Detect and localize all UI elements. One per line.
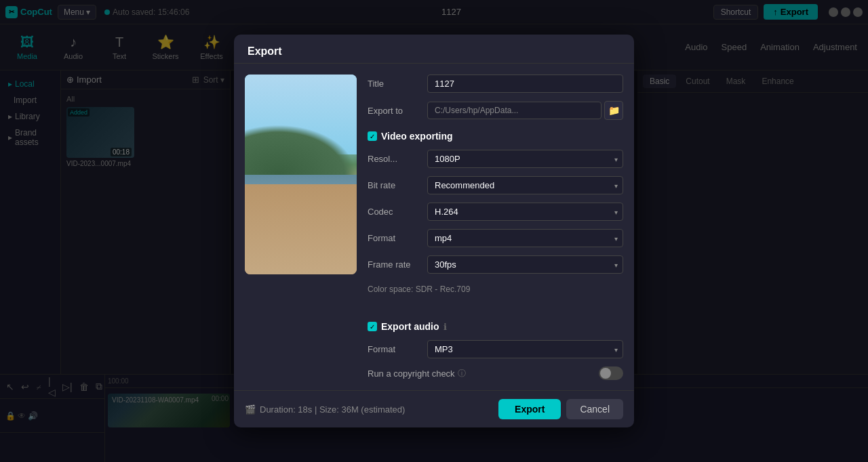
film-icon: 🎬 [245, 404, 256, 415]
export-preview [245, 75, 357, 274]
footer-duration-size: Duration: 18s | Size: 36M (estimated) [260, 404, 405, 415]
footer-buttons: Export Cancel [498, 399, 623, 419]
title-row: Title [368, 75, 623, 93]
export-form: Title Export to C:/Users/hp/AppData... 📁… [368, 75, 623, 379]
audio-section-title: Export audio [381, 321, 439, 332]
export-button[interactable]: Export [498, 399, 561, 419]
export-path-display: C:/Users/hp/AppData... [427, 102, 601, 119]
video-export-checkbox[interactable]: ✓ [368, 131, 377, 141]
copyright-toggle[interactable] [599, 366, 623, 380]
folder-browse-button[interactable]: 📁 [604, 101, 623, 120]
cancel-button[interactable]: Cancel [566, 399, 623, 419]
format-select-wrapper: mp4 mov avi mkv ▾ [427, 229, 623, 247]
beach-preview [245, 75, 357, 274]
audio-info-icon[interactable]: ℹ [443, 322, 447, 332]
modal-footer: 🎬 Duration: 18s | Size: 36M (estimated) … [234, 390, 634, 427]
audio-format-label: Format [368, 344, 422, 354]
codec-select[interactable]: H.264 H.265 VP9 [427, 203, 623, 221]
framerate-label: Frame rate [368, 259, 422, 270]
video-section-header: ✓ Video exporting [368, 131, 623, 142]
title-label: Title [368, 79, 422, 89]
codec-row: Codec H.264 H.265 VP9 ▾ [368, 203, 623, 221]
modal-title: Export [234, 35, 634, 64]
framerate-select-wrapper: 24fps 25fps 30fps 60fps ▾ [427, 255, 623, 274]
resolution-row: Resol... 720P 1080P 2K 4K ▾ [368, 150, 623, 168]
copyright-label: Run a copyright check ⓘ [368, 368, 593, 379]
format-row: Format mp4 mov avi mkv ▾ [368, 229, 623, 247]
bitrate-row: Bit rate Low Medium Recommended High ▾ [368, 176, 623, 194]
toggle-knob [600, 368, 611, 379]
export-modal: Export Title Export t [234, 35, 634, 427]
modal-overlay: Export Title Export t [0, 0, 868, 462]
audio-section-header: ✓ Export audio ℹ [368, 321, 623, 332]
modal-body: Title Export to C:/Users/hp/AppData... 📁… [234, 64, 634, 390]
footer-info: 🎬 Duration: 18s | Size: 36M (estimated) [245, 404, 405, 415]
format-select[interactable]: mp4 mov avi mkv [427, 229, 623, 247]
copyright-row: Run a copyright check ⓘ [368, 366, 623, 380]
resolution-label: Resol... [368, 154, 422, 164]
color-space-info: Color space: SDR - Rec.709 [368, 282, 623, 297]
export-to-row: Export to C:/Users/hp/AppData... 📁 [368, 101, 623, 120]
bitrate-select-wrapper: Low Medium Recommended High ▾ [427, 176, 623, 194]
beach-hill [245, 125, 357, 175]
export-to-label: Export to [368, 106, 422, 116]
resolution-select-wrapper: 720P 1080P 2K 4K ▾ [427, 150, 623, 168]
audio-format-select[interactable]: MP3 AAC WAV [427, 340, 623, 358]
audio-format-row: Format MP3 AAC WAV ▾ [368, 340, 623, 358]
copyright-info-icon[interactable]: ⓘ [458, 368, 466, 379]
codec-select-wrapper: H.264 H.265 VP9 ▾ [427, 203, 623, 221]
resolution-select[interactable]: 720P 1080P 2K 4K [427, 150, 623, 168]
title-input[interactable] [427, 75, 623, 93]
video-section-title: Video exporting [381, 131, 453, 142]
audio-format-select-wrapper: MP3 AAC WAV ▾ [427, 340, 623, 358]
export-path-wrapper: C:/Users/hp/AppData... 📁 [427, 101, 623, 120]
bitrate-label: Bit rate [368, 180, 422, 190]
bitrate-select[interactable]: Low Medium Recommended High [427, 176, 623, 194]
framerate-select[interactable]: 24fps 25fps 30fps 60fps [427, 255, 623, 274]
beach-sand [245, 184, 357, 274]
framerate-row: Frame rate 24fps 25fps 30fps 60fps ▾ [368, 255, 623, 274]
codec-label: Codec [368, 207, 422, 217]
format-label: Format [368, 233, 422, 243]
audio-export-checkbox[interactable]: ✓ [368, 322, 377, 331]
